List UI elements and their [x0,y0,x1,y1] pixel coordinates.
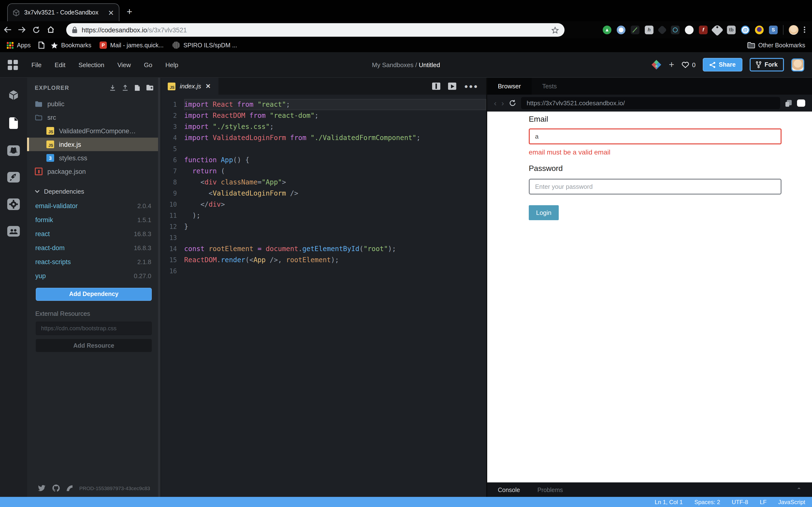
menu-selection[interactable]: Selection [79,61,104,68]
ext-moon-icon[interactable] [755,25,764,34]
code-line[interactable]: ReactDOM.render(<App />, rootElement); [184,255,486,266]
file-package-json[interactable]: package.json [27,165,160,178]
code-line[interactable]: return ( [184,166,486,177]
forward-icon[interactable] [14,26,29,33]
preview-back-icon[interactable]: ‹ [494,99,497,107]
ext-tb-icon[interactable]: tb [727,25,735,34]
file-index-js[interactable]: JS index.js [27,137,160,151]
dependency-item[interactable]: react16.8.3 [27,227,160,241]
upload-icon[interactable] [122,84,129,91]
menu-view[interactable]: View [117,61,131,68]
url-bar[interactable]: https://codesandbox.io/s/3x7vlv3521 [66,23,564,37]
menu-file[interactable]: File [32,61,42,68]
feedback-icon[interactable] [66,485,73,492]
code-line[interactable]: import ReactDOM from "react-dom"; [184,110,486,121]
tab-tests[interactable]: Tests [531,78,567,95]
code-line[interactable]: <div className="App"> [184,177,486,188]
ext-h-icon[interactable]: h [645,25,654,34]
editor-tab-index-js[interactable]: JS index.js ✕ [161,78,218,95]
add-dependency-button[interactable]: Add Dependency [36,288,152,301]
dependency-name[interactable]: yup [35,272,134,280]
dependency-item[interactable]: yup0.27.0 [27,269,160,283]
chrome-menu-icon[interactable] [804,26,805,33]
code-line[interactable]: </div> [184,199,486,210]
email-field[interactable] [529,128,781,145]
home-icon[interactable] [44,26,58,33]
share-button[interactable]: Share [703,58,743,71]
status-item[interactable]: JavaScript [778,499,805,505]
new-tab-button[interactable]: + [126,7,132,16]
dependency-name[interactable]: react-scripts [35,258,137,266]
bookmark-apps[interactable]: Apps [7,42,31,49]
file-public[interactable]: public [27,97,160,111]
dashboard-grid-icon[interactable] [8,60,18,70]
menu-edit[interactable]: Edit [55,61,65,68]
dependency-item[interactable]: react-scripts2.1.8 [27,255,160,269]
new-file-icon[interactable] [134,84,140,91]
deployment-rocket-icon[interactable] [7,172,20,182]
settings-gear-icon[interactable] [7,199,20,210]
new-sandbox-icon[interactable]: + [669,59,674,70]
ext-tag-icon[interactable] [711,24,723,36]
file-validated-form-component[interactable]: JS ValidatedFormCompone… [27,124,160,137]
gem-icon[interactable] [651,59,662,70]
bookmark-page[interactable] [38,42,44,49]
reload-icon[interactable] [29,26,44,34]
code-line[interactable]: import "./styles.css"; [184,121,486,132]
copy-url-icon[interactable] [785,99,792,107]
browser-tab[interactable]: 3x7vlv3521 - CodeSandbox ✕ [7,3,119,21]
files-icon[interactable] [8,117,19,129]
preview-url-input[interactable]: https://3x7vlv3521.codesandbox.io/ [521,97,780,109]
run-preview-icon[interactable] [448,82,457,90]
status-item[interactable]: Spaces: 2 [694,499,720,505]
tab-close-icon[interactable]: ✕ [108,9,114,16]
editor-more-icon[interactable]: ●●● [464,82,478,90]
user-avatar[interactable] [791,58,804,71]
sandbox-cube-icon[interactable] [8,89,19,101]
dependency-name[interactable]: react [35,230,134,237]
ext-react-icon[interactable] [671,25,679,34]
dependency-item[interactable]: email-validator2.0.4 [27,199,160,213]
console-tab[interactable]: Console [498,487,520,493]
code-line[interactable]: import React from "react"; [184,99,486,110]
menu-help[interactable]: Help [165,61,179,68]
sidebar-scrollbar[interactable] [158,78,160,497]
bookmark-bookmarks-folder[interactable]: Bookmarks [51,42,91,49]
dependency-name[interactable]: formik [35,216,137,224]
github-icon[interactable] [7,145,20,156]
add-resource-button[interactable]: Add Resource [36,339,152,352]
ext-s-icon[interactable]: S [769,25,778,34]
status-item[interactable]: UTF-8 [732,499,748,505]
code-line[interactable]: function App() { [184,155,486,166]
tab-browser[interactable]: Browser [487,78,531,95]
like-button[interactable]: 0 [681,61,696,68]
menu-go[interactable]: Go [144,61,152,68]
login-button[interactable]: Login [529,205,559,220]
code-lines[interactable]: import React from "react";import ReactDO… [184,99,486,277]
responsive-toggle-icon[interactable] [797,100,805,107]
code-line[interactable]: const rootElement = document.getElementB… [184,243,486,255]
bookmark-spiro[interactable]: SPIRO ILS/spDM ... [173,42,237,49]
dependency-name[interactable]: email-validator [35,202,137,210]
code-line[interactable]: <ValidatedLoginForm /> [184,188,486,199]
dependency-name[interactable]: react-dom [35,244,134,251]
ext-at-icon[interactable]: @ [741,25,750,34]
github-footer-icon[interactable] [52,484,60,492]
split-view-icon[interactable] [433,82,441,90]
twitter-icon[interactable] [38,485,46,492]
dependency-item[interactable]: formik1.5.1 [27,213,160,227]
status-item[interactable]: Ln 1, Col 1 [655,499,683,505]
ext-circle-icon[interactable] [685,25,694,34]
fork-button[interactable]: Fork [750,58,784,71]
ext-diamond-icon[interactable] [657,25,667,35]
ext-loom-icon[interactable] [617,25,625,34]
ext-pencil-icon[interactable] [631,25,640,34]
code-line[interactable]: } [184,221,486,232]
code-line[interactable]: import ValidatedLoginForm from "./Valida… [184,132,486,144]
back-icon[interactable] [0,26,14,33]
new-folder-icon[interactable] [146,84,154,91]
file-styles-css[interactable]: 3 styles.css [27,151,160,165]
other-bookmarks[interactable]: Other Bookmarks [747,42,805,49]
code-line[interactable] [184,232,486,243]
code-line[interactable] [184,144,486,155]
